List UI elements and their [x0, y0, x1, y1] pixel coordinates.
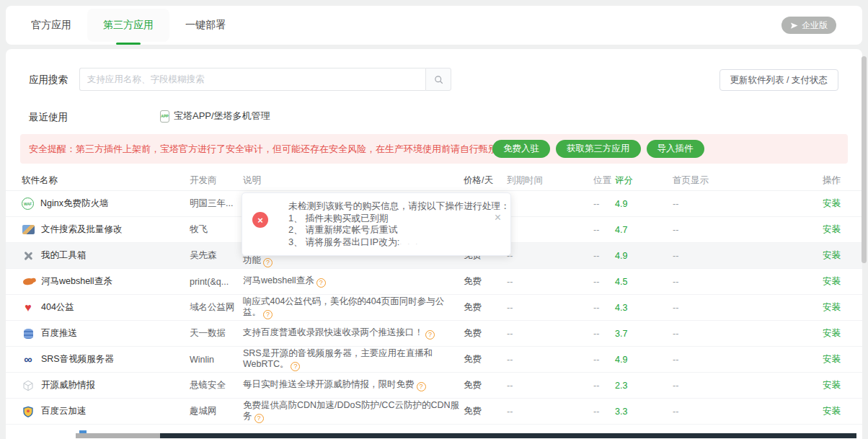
homepage-display: -- [673, 251, 730, 261]
search-icon [433, 74, 444, 85]
col-rating: 评分 [615, 174, 673, 187]
close-icon[interactable]: × [495, 212, 501, 223]
location: -- [593, 225, 615, 235]
dialog-step-3: 3、 请将服务器出口IP改为:··· [288, 236, 486, 249]
developer: Winlin [190, 355, 243, 365]
expiry: -- [507, 303, 593, 313]
table-row: ∞SRS音视频服务器 Winlin SRS是开源的音视频服务器，主要应用在直播和… [6, 347, 862, 373]
install-link[interactable]: 安装 [823, 328, 841, 338]
install-link[interactable]: 安装 [823, 302, 841, 312]
install-link[interactable]: 安装 [823, 198, 841, 208]
rocket-icon [790, 22, 798, 30]
install-link[interactable]: 安装 [823, 406, 841, 416]
col-developer: 开发商 [190, 174, 243, 187]
expiry: -- [507, 355, 593, 365]
tab-label: 一键部署 [185, 19, 226, 32]
search-bar [79, 68, 451, 91]
help-icon[interactable]: ? [425, 330, 435, 340]
install-link[interactable]: 安装 [823, 380, 841, 390]
search-button[interactable] [425, 68, 451, 91]
partial-row-fragment-gray [76, 433, 160, 438]
tab-label: 第三方应用 [103, 19, 154, 32]
app-name[interactable]: 百度云加速 [41, 405, 87, 417]
help-icon[interactable]: ? [254, 414, 264, 423]
developer: 悬镜安全 [190, 379, 243, 391]
help-icon[interactable]: ? [417, 382, 426, 391]
scrollbar-thumb[interactable] [862, 56, 867, 263]
app-name[interactable]: 我的工具箱 [41, 249, 87, 262]
description: 支持百度普通收录跟快速收录两个推送接口！? [243, 327, 464, 340]
redacted-ip: ··· [399, 238, 474, 246]
partial-row-fragment-dark [160, 433, 856, 438]
app-name[interactable]: Nginx免费防火墙 [40, 198, 108, 210]
security-alert-bar: 安全提醒：第三方插件上架前，宝塔官方进行了安全审计，但可能还存在安全风险，在生产… [20, 134, 848, 164]
app-name[interactable]: 开源威胁情报 [41, 379, 95, 391]
developer: 吴先森 [190, 249, 243, 262]
homepage-display: -- [673, 225, 730, 235]
rating: 4.5 [615, 277, 673, 287]
purchase-error-dialog: × 未检测到该账号的购买信息，请按以下操作进行处理： 1、 插件未购买或已到期 … [242, 192, 511, 256]
expiry: -- [507, 277, 593, 287]
app-name[interactable]: 百度推送 [41, 327, 77, 340]
help-icon[interactable]: ? [291, 362, 300, 371]
dialog-title: 未检测到该账号的购买信息，请按以下操作进行处理： [288, 200, 486, 213]
col-location: 位置 [593, 174, 615, 187]
alert-buttons: 免费入驻 获取第三方应用 导入插件 [492, 140, 704, 158]
help-icon[interactable]: ? [263, 258, 273, 267]
install-link[interactable]: 安装 [823, 250, 841, 260]
tools-icon [22, 249, 35, 262]
dialog-step-2: 2、 请重新绑定帐号后重试 [288, 224, 486, 236]
col-actions: 操作 [730, 174, 862, 187]
rating: 2.3 [615, 381, 673, 391]
install-link[interactable]: 安装 [823, 276, 841, 286]
tab-official-apps[interactable]: 官方应用 [15, 9, 87, 42]
price: 免费 [464, 327, 507, 340]
expiry: -- [507, 407, 593, 417]
search-input[interactable] [79, 68, 425, 91]
app-name[interactable]: 404公益 [41, 301, 74, 314]
col-price-per-day: 价格/天 [464, 174, 507, 187]
waf-shield-icon: WAF [22, 198, 34, 210]
import-plugin-button[interactable]: 导入插件 [647, 140, 704, 158]
col-description: 说明 [243, 175, 464, 186]
help-icon[interactable]: ? [263, 310, 273, 319]
get-third-party-apps-button[interactable]: 获取第三方应用 [556, 140, 641, 158]
location: -- [593, 381, 615, 391]
developer: 域名公益网 [190, 301, 243, 314]
app-name[interactable]: SRS音视频服务器 [41, 353, 114, 365]
install-link[interactable]: 安装 [823, 354, 841, 364]
recent-app-name: 宝塔APP/堡塔多机管理 [174, 110, 270, 123]
app-name[interactable]: 河马webshell查杀 [41, 275, 112, 288]
tab-one-click-deploy[interactable]: 一键部署 [169, 9, 242, 42]
enterprise-badge-label: 企业版 [802, 19, 828, 32]
app-store-page: 官方应用 第三方应用 一键部署 企业版 应用搜索 更新软件列表 / 支付 [0, 0, 868, 439]
install-link[interactable]: 安装 [823, 224, 841, 234]
rating: 4.9 [615, 199, 673, 209]
location: -- [593, 277, 615, 287]
help-icon[interactable]: ? [316, 278, 326, 288]
rating: 4.9 [615, 251, 673, 261]
table-header: 软件名称 开发商 说明 价格/天 到期时间 位置 评分 首页显示 操作 [6, 171, 862, 191]
table-row: 百度推送 天一数据 支持百度普通收录跟快速收录两个推送接口！? 免费 -- --… [6, 321, 862, 347]
recent-app-link[interactable]: APP 宝塔APP/堡塔多机管理 [160, 110, 270, 123]
rating: 4.7 [615, 225, 673, 235]
heart-icon: ♥ [22, 301, 35, 314]
tab-third-party-apps[interactable]: 第三方应用 [87, 9, 169, 42]
update-software-list-button[interactable]: 更新软件列表 / 支付状态 [719, 69, 838, 91]
app-name[interactable]: 文件搜索及批量修改 [41, 223, 123, 236]
homepage-display: -- [673, 407, 730, 417]
table-row: 开源威胁情报 悬镜安全 每日实时推送全球开源威胁情报，限时免费? 免费 -- -… [6, 373, 862, 399]
rating: 3.7 [615, 329, 673, 339]
free-join-button[interactable]: 免费入驻 [492, 140, 550, 158]
col-name: 软件名称 [22, 174, 190, 187]
description: 每日实时推送全球开源威胁情报，限时免费? [243, 379, 464, 391]
homepage-display: -- [673, 329, 730, 339]
tab-label: 官方应用 [31, 19, 71, 32]
homepage-display: -- [673, 303, 730, 313]
location: -- [593, 407, 615, 417]
price: 免费 [464, 353, 507, 365]
location: -- [593, 251, 615, 261]
error-icon: × [252, 212, 268, 228]
description: 免费提供高防CDN加速/DDoS防护/CC云防护的CDN服务? [243, 400, 464, 423]
rating: 4.3 [615, 303, 673, 313]
